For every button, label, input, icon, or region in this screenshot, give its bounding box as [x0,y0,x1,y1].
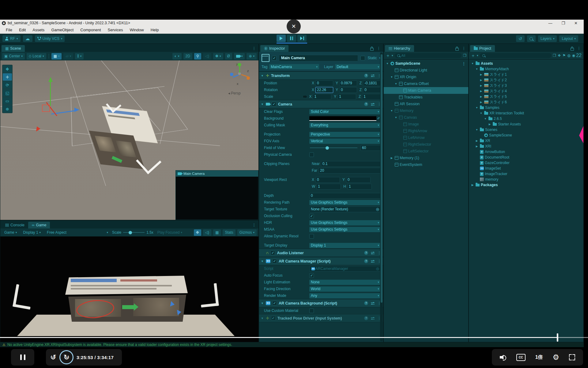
checkbox-physical-camera[interactable] [309,152,314,157]
slider-knob[interactable] [326,146,329,150]
menu-file[interactable]: File [2,28,16,32]
tab-hierarchy[interactable]: Hierarchy [385,45,414,52]
add-button[interactable]: ＋ [471,53,475,59]
component-header-ar-camera-manager-script-[interactable]: ▼✓AR Camera Manager (Script)?⋮ [259,257,383,265]
menu-services[interactable]: Services [104,28,126,32]
value-field[interactable]: 0 [363,87,381,93]
project-item[interactable]: ▶スライド5 [469,94,583,99]
expander-icon[interactable]: ▼ [390,109,394,112]
tab-game[interactable]: ∞ Game [28,222,50,228]
object-picker-icon[interactable]: ◎ [376,266,379,271]
value-field[interactable]: 0 [346,177,371,183]
lock-icon[interactable] [455,48,459,51]
add-button[interactable]: ＋ [386,53,390,59]
project-item[interactable]: ▶スライド3 [469,83,583,88]
project-item[interactable]: ▶Packages [469,182,583,188]
dropdown-projection[interactable]: Perspective▾ [309,132,381,137]
preset-icon[interactable] [371,260,375,263]
dropdown-clear-flags[interactable]: Solid Color▾ [309,109,381,114]
vsync-button[interactable]: ▦ [213,229,221,236]
menu-component[interactable]: Component [77,28,104,32]
value-field[interactable]: 0.1 [321,161,381,167]
help-icon[interactable]: ? [364,259,368,263]
hierarchy-item[interactable]: Image [384,121,468,128]
2d-toggle[interactable]: 2D [183,53,192,59]
value-field[interactable]: 1 [347,184,372,190]
scene-audio-toggle[interactable]: ◁) [203,53,211,59]
expander-icon[interactable]: ▼ [261,103,264,106]
inspector-scrollbar[interactable] [380,52,383,341]
hierarchy-item[interactable]: LeftArrow [384,134,468,141]
scene-lighting-toggle[interactable]: ⚲ [194,53,201,59]
volume-button[interactable] [500,354,507,360]
gameobject-cube-icon[interactable] [262,54,270,62]
preset-icon[interactable] [371,103,375,106]
expander-icon[interactable]: ▶ [479,95,483,98]
project-item[interactable]: ImageSet [469,166,583,171]
video-progress-remaining[interactable] [558,337,588,338]
preset-icon[interactable] [371,74,375,77]
component-header-tracked-pose-driver-input-system-[interactable]: ▼✛✓Tracked Pose Driver (Input System)?⋮ [259,314,383,322]
value-field[interactable]: 1 [362,94,381,100]
value-field[interactable]: 60 [360,145,381,151]
checkbox-occlusion-culling[interactable]: ✓ [309,214,314,218]
captions-button[interactable]: CC [516,354,526,361]
component-enabled-checkbox[interactable]: ✓ [271,316,276,320]
hierarchy-item[interactable]: RightArrow [384,128,468,134]
project-item[interactable]: #DocumentRoot [469,155,583,160]
value-field[interactable]: 1 [316,184,341,190]
expander-icon[interactable]: ▼ [386,62,389,65]
tool-handle-rotation-dropdown[interactable]: ⬦Local▾ [27,53,46,59]
value-field[interactable]: 0.0979 [339,80,357,86]
chevron-down-icon[interactable]: ▾ [392,54,393,57]
active-checkbox[interactable]: ✓ [272,56,277,60]
hierarchy-item[interactable]: RightSelector [384,141,468,148]
component-enabled-checkbox[interactable]: ✓ [272,259,277,263]
value-field[interactable]: 1 [337,94,356,100]
kebab-icon[interactable]: ⋮ [377,46,381,51]
expander-icon[interactable]: ▶ [479,79,483,82]
expander-icon[interactable]: ▶ [475,145,479,148]
project-item[interactable]: ▼Scenes [469,127,583,132]
video-pause-button[interactable] [19,355,26,360]
expander-icon[interactable]: ▼ [475,106,479,109]
value-field[interactable]: 0 [309,193,381,199]
status-bar[interactable]: ⚠ No active UnityEngine.XR.XRInputSubsys… [0,342,584,347]
menu-gameobject[interactable]: GameObject [48,28,77,32]
preset-icon[interactable] [371,317,375,320]
forward-10-button[interactable]: ↻10 [59,350,74,364]
display-target-dropdown[interactable]: Display 1▾ [21,229,43,236]
hierarchy-item[interactable]: Main Camera [384,87,468,94]
checkbox-auto-focus[interactable]: ✓ [309,273,314,278]
dropdown-hdr[interactable]: Use Graphics Settings▾ [309,220,381,225]
value-field[interactable]: 1 [313,94,331,100]
expander-icon[interactable]: ▶ [471,183,474,186]
transform-gizmo[interactable] [36,73,92,140]
cloud-button[interactable]: ☁ [23,35,32,42]
project-search-input[interactable] [480,53,551,58]
expander-icon[interactable]: ▼ [261,302,264,305]
dropdown-fov-axis[interactable]: Vertical▾ [309,139,381,144]
lock-icon[interactable] [370,48,374,51]
value-field[interactable]: -0.1831 [363,80,381,86]
expander-icon[interactable]: ▶ [479,101,483,104]
component-enabled-checkbox[interactable]: ✓ [270,251,275,255]
unity-vcs-button[interactable]: Unity VCS ▾ [35,35,65,42]
value-field[interactable]: 20 [318,168,381,174]
preset-icon[interactable] [371,302,375,305]
expander-icon[interactable]: ▼ [475,67,479,71]
layout-dropdown[interactable]: Layout ▾ [559,35,578,42]
label-icon[interactable]: ⚑ [562,53,566,58]
game-display-mode-dropdown[interactable]: Game▾ [2,229,19,236]
layer-dropdown[interactable]: Default▾ [335,64,381,69]
gameobject-name-field[interactable]: Main Camera [279,55,358,61]
step-button[interactable] [297,35,307,42]
object-picker-icon[interactable]: ◎ [376,207,379,211]
undo-history-button[interactable]: ↺ [516,35,525,42]
play-focused-dropdown[interactable]: Play Focused▾ [155,229,184,236]
increment-snap-button[interactable]: ⫼▾ [75,53,84,59]
dropdown-render-mode[interactable]: Any▾ [309,293,381,298]
component-enabled-checkbox[interactable]: ✓ [272,301,277,305]
expander-icon[interactable]: ▶ [479,84,483,87]
hierarchy-item[interactable]: ▶Memory (1) [384,155,468,161]
